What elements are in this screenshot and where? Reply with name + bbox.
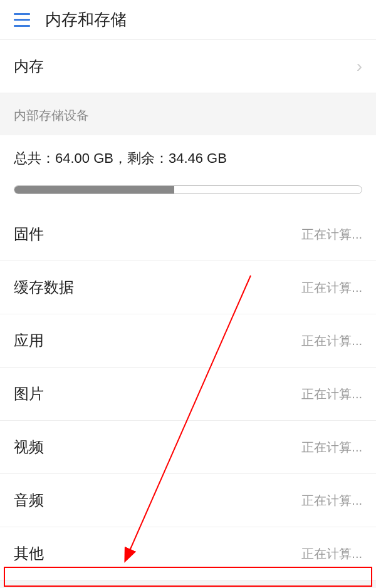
category-value: 正在计算...: [301, 279, 362, 296]
category-label: 其他: [14, 544, 44, 564]
header: 内存和存储: [0, 0, 376, 40]
storage-progress-bar: [14, 185, 362, 194]
category-value: 正在计算...: [301, 226, 362, 243]
category-images[interactable]: 图片 正在计算...: [0, 368, 376, 421]
total-label: 总共：: [14, 150, 55, 166]
category-label: 缓存数据: [14, 277, 74, 297]
page-title: 内存和存储: [45, 9, 127, 31]
storage-summary-text: 总共：64.00 GB，剩余：34.46 GB: [14, 149, 362, 168]
category-label: 视频: [14, 437, 44, 457]
chevron-right-icon: ›: [357, 56, 362, 76]
memory-label: 内存: [14, 56, 44, 76]
storage-settings-section-header: 存储设置: [0, 580, 376, 588]
category-label: 图片: [14, 384, 44, 404]
separator: ，: [113, 150, 127, 166]
category-audio[interactable]: 音频 正在计算...: [0, 474, 376, 527]
category-other[interactable]: 其他 正在计算...: [0, 527, 376, 580]
category-cache[interactable]: 缓存数据 正在计算...: [0, 261, 376, 314]
total-value: 64.00 GB: [55, 150, 113, 166]
remaining-value: 34.46 GB: [169, 150, 227, 166]
menu-icon[interactable]: [14, 13, 30, 27]
category-value: 正在计算...: [301, 386, 362, 403]
internal-storage-section-header: 内部存储设备: [0, 93, 376, 135]
storage-summary: 总共：64.00 GB，剩余：34.46 GB: [0, 135, 376, 208]
memory-item[interactable]: 内存 ›: [0, 40, 376, 93]
category-value: 正在计算...: [301, 333, 362, 349]
remaining-label: 剩余：: [127, 150, 169, 166]
category-label: 固件: [14, 224, 44, 244]
category-value: 正在计算...: [301, 439, 362, 456]
category-value: 正在计算...: [301, 492, 362, 509]
storage-progress-fill: [14, 186, 174, 193]
category-video[interactable]: 视频 正在计算...: [0, 421, 376, 474]
category-label: 音频: [14, 490, 44, 510]
category-apps[interactable]: 应用 正在计算...: [0, 314, 376, 368]
category-firmware[interactable]: 固件 正在计算...: [0, 208, 376, 261]
category-value: 正在计算...: [301, 545, 362, 562]
category-label: 应用: [14, 331, 44, 351]
